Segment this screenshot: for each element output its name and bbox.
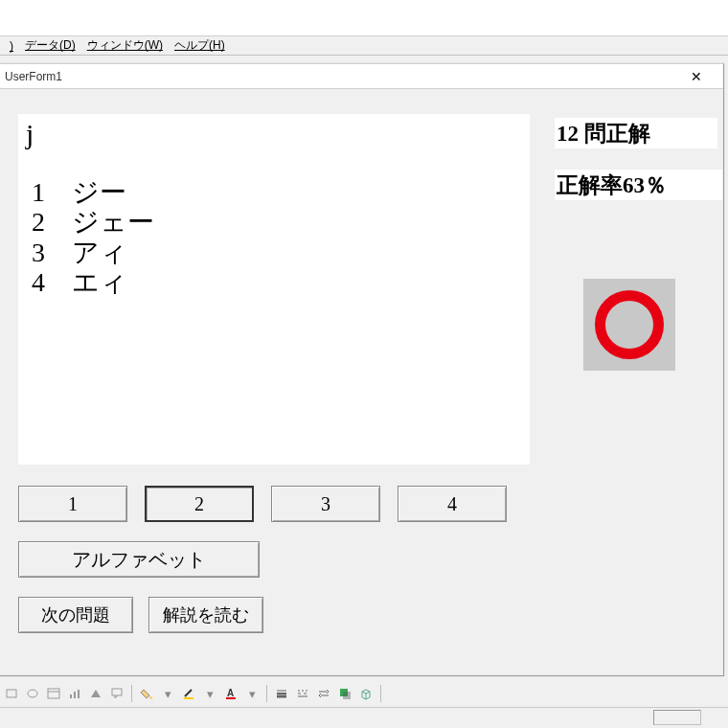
svg-rect-8	[149, 696, 152, 699]
line-style-icon[interactable]	[272, 684, 291, 703]
separator-icon	[131, 685, 132, 702]
choice-row: 3 アィ	[26, 238, 522, 267]
svg-point-1	[28, 690, 37, 697]
correct-count-label: 12 問正解	[555, 118, 717, 148]
alphabet-button[interactable]: アルファベット	[18, 541, 260, 578]
form-body: j 1 ジー 2 ジェー 3 アィ 4 エィ 12 問正解 正解率63％	[0, 89, 723, 675]
arrow-style-icon[interactable]	[314, 684, 333, 703]
title-bar: UserForm1 ✕	[0, 64, 723, 89]
choice-number: 3	[26, 238, 72, 267]
fill-color-icon[interactable]	[137, 684, 156, 703]
close-icon[interactable]: ✕	[677, 69, 716, 84]
answer-button-4[interactable]: 4	[398, 486, 507, 522]
dropdown-arrow-icon[interactable]: ▾	[158, 684, 177, 703]
svg-rect-21	[343, 692, 351, 699]
answer-button-row: 1 2 3 4	[18, 486, 507, 522]
window-title: UserForm1	[5, 70, 62, 83]
svg-rect-4	[70, 694, 72, 698]
3d-icon[interactable]	[356, 684, 375, 703]
dash-style-icon[interactable]	[293, 684, 312, 703]
svg-rect-9	[184, 697, 193, 699]
bottom-button-row: 次の問題 解説を読む	[18, 597, 263, 633]
separator-icon	[266, 685, 267, 702]
triangle-icon[interactable]	[86, 684, 105, 703]
oval-icon[interactable]	[23, 684, 42, 703]
status-bar	[0, 707, 728, 728]
menu-item-partial[interactable]: )	[4, 39, 19, 53]
svg-rect-11	[226, 697, 236, 699]
choice-text: エィ	[72, 267, 127, 297]
menu-item-window[interactable]: ウィンドウ(W)	[81, 37, 169, 54]
svg-text:A: A	[227, 688, 234, 698]
dropdown-arrow-icon[interactable]: ▾	[200, 684, 219, 703]
rect-icon[interactable]	[2, 684, 21, 703]
question-textarea: j 1 ジー 2 ジェー 3 アィ 4 エィ	[18, 114, 530, 465]
line-color-icon[interactable]	[179, 684, 198, 703]
answer-button-1[interactable]: 1	[18, 486, 127, 522]
choice-row: 1 ジー	[26, 177, 522, 207]
choice-row: 2 ジェー	[26, 207, 522, 237]
shadow-icon[interactable]	[335, 684, 354, 703]
correct-circle-icon	[595, 290, 664, 359]
answer-button-3[interactable]: 3	[271, 486, 380, 522]
dropdown-arrow-icon[interactable]: ▾	[242, 684, 262, 703]
svg-rect-0	[7, 690, 16, 697]
choice-text: アィ	[72, 238, 127, 267]
answer-button-2[interactable]: 2	[145, 486, 254, 522]
choice-text: ジー	[72, 177, 126, 207]
menu-item-help[interactable]: ヘルプ(H)	[169, 37, 231, 54]
userform-window: UserForm1 ✕ j 1 ジー 2 ジェー 3 アィ 4 エィ 12 問正…	[0, 63, 724, 676]
read-explanation-button[interactable]: 解説を読む	[148, 597, 263, 633]
field-icon[interactable]	[44, 684, 63, 703]
callout-icon[interactable]	[107, 684, 126, 703]
menu-bar: ) データ(D) ウィンドウ(W) ヘルプ(H)	[0, 36, 728, 56]
result-mark-box	[583, 279, 675, 371]
svg-rect-7	[112, 689, 122, 695]
app-whitespace-bar	[0, 0, 728, 36]
separator-icon	[380, 685, 381, 702]
chart-icon[interactable]	[65, 684, 84, 703]
choice-number: 1	[26, 177, 72, 207]
next-question-button[interactable]: 次の問題	[18, 597, 133, 633]
svg-rect-2	[48, 689, 59, 698]
svg-rect-5	[74, 692, 76, 698]
choice-row: 4 エィ	[26, 267, 522, 297]
menu-item-data[interactable]: データ(D)	[19, 37, 81, 54]
choice-number: 4	[26, 267, 72, 297]
bottom-toolbar: ▾ ▾ A ▾	[2, 682, 384, 705]
choice-text: ジェー	[72, 207, 154, 237]
accuracy-rate-label: 正解率63％	[555, 170, 722, 200]
font-color-icon[interactable]: A	[221, 684, 240, 703]
svg-rect-6	[78, 690, 80, 698]
status-cell	[653, 710, 701, 725]
question-prompt: j	[26, 114, 522, 148]
choice-number: 2	[26, 207, 72, 237]
